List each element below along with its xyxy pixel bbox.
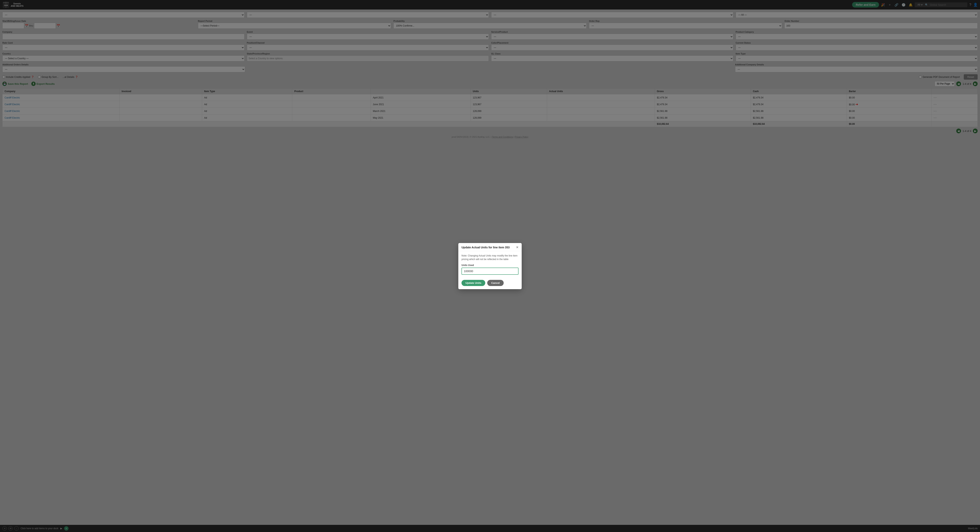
modal-body: Note: Changing Actual Units may modify t… (458, 251, 522, 277)
cancel-button[interactable]: Cancel (487, 280, 504, 286)
modal-overlay: Update Actual Units for line item 353 ✕ … (0, 0, 980, 532)
units-used-label: Units Used (461, 264, 519, 267)
modal-title: Update Actual Units for line item 353 (461, 246, 510, 249)
update-units-button[interactable]: Update Units (461, 280, 485, 286)
units-used-input[interactable] (461, 268, 519, 275)
modal-header: Update Actual Units for line item 353 ✕ (458, 243, 522, 251)
modal-footer: Update Units Cancel (458, 277, 522, 289)
modal-note: Note: Changing Actual Units may modify t… (461, 254, 519, 261)
modal-close-button[interactable]: ✕ (516, 246, 519, 249)
update-units-modal: Update Actual Units for line item 353 ✕ … (458, 243, 522, 289)
